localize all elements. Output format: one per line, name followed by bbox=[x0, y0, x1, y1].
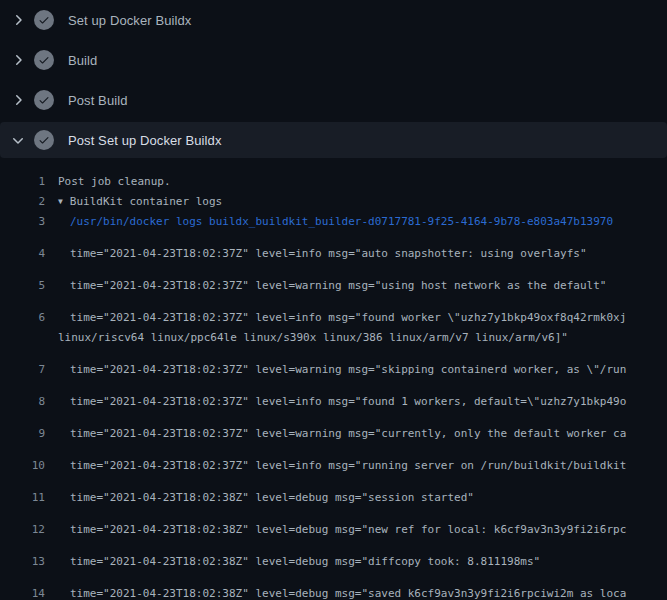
log-line-number[interactable]: 11 bbox=[0, 488, 45, 508]
step-label: Post Set up Docker Buildx bbox=[68, 133, 222, 148]
log-line-number[interactable]: 1 bbox=[0, 172, 45, 192]
log-text: time="2021-04-23T18:02:37Z" level=info m… bbox=[70, 308, 626, 328]
log-line: 2▼BuildKit container logs bbox=[0, 192, 667, 212]
log-line: 9time="2021-04-23T18:02:37Z" level=warni… bbox=[0, 412, 667, 444]
check-icon-svg bbox=[38, 54, 50, 66]
log-line-continuation: linux/riscv64 linux/ppc64le linux/s390x … bbox=[0, 328, 667, 348]
log-line: 5time="2021-04-23T18:02:37Z" level=warni… bbox=[0, 264, 667, 296]
log-text: time="2021-04-23T18:02:38Z" level=debug … bbox=[70, 552, 540, 572]
log-line: 7time="2021-04-23T18:02:37Z" level=warni… bbox=[0, 348, 667, 380]
log-line-number[interactable]: 5 bbox=[0, 276, 45, 296]
log-line: 11time="2021-04-23T18:02:38Z" level=debu… bbox=[0, 476, 667, 508]
log-text: time="2021-04-23T18:02:37Z" level=info m… bbox=[70, 244, 587, 264]
log-line-number bbox=[0, 328, 45, 348]
log-line: 8time="2021-04-23T18:02:37Z" level=info … bbox=[0, 380, 667, 412]
step-label: Post Build bbox=[68, 93, 128, 108]
check-icon-svg bbox=[38, 14, 50, 26]
log-line: 3/usr/bin/docker logs buildx_buildkit_bu… bbox=[0, 212, 667, 232]
log-text: time="2021-04-23T18:02:37Z" level=info m… bbox=[70, 392, 626, 412]
log-line: 14time="2021-04-23T18:02:38Z" level=debu… bbox=[0, 572, 667, 600]
log-output: 1Post job cleanup.2▼BuildKit container l… bbox=[0, 160, 667, 600]
log-text: time="2021-04-23T18:02:38Z" level=debug … bbox=[70, 584, 626, 600]
chevron-right-icon[interactable] bbox=[10, 92, 26, 108]
log-line: 1Post job cleanup. bbox=[0, 172, 667, 192]
chevron-right-icon-svg bbox=[10, 92, 26, 108]
log-line-number[interactable]: 12 bbox=[0, 520, 45, 540]
log-text: time="2021-04-23T18:02:37Z" level=warnin… bbox=[70, 360, 626, 380]
log-line: 6time="2021-04-23T18:02:37Z" level=info … bbox=[0, 296, 667, 328]
step-row-post-set-up-docker-buildx[interactable]: Post Set up Docker Buildx bbox=[0, 122, 667, 158]
log-text: time="2021-04-23T18:02:38Z" level=debug … bbox=[70, 520, 626, 540]
step-row-build[interactable]: Build bbox=[0, 40, 667, 80]
chevron-down-icon[interactable] bbox=[10, 132, 26, 148]
log-line-number[interactable]: 3 bbox=[0, 212, 45, 232]
log-line-number[interactable]: 2 bbox=[0, 192, 45, 212]
chevron-right-icon[interactable] bbox=[10, 12, 26, 28]
group-label: BuildKit container logs bbox=[70, 195, 222, 208]
check-circle-icon bbox=[34, 10, 54, 30]
log-text: linux/riscv64 linux/ppc64le linux/s390x … bbox=[58, 328, 568, 348]
step-label: Set up Docker Buildx bbox=[68, 13, 191, 28]
log-line-number[interactable]: 10 bbox=[0, 456, 45, 476]
step-label: Build bbox=[68, 53, 97, 68]
check-icon-svg bbox=[38, 94, 50, 106]
log-line-number[interactable]: 6 bbox=[0, 308, 45, 328]
log-line-number[interactable]: 14 bbox=[0, 584, 45, 600]
log-text: time="2021-04-23T18:02:38Z" level=debug … bbox=[70, 488, 474, 508]
log-line-number[interactable]: 9 bbox=[0, 424, 45, 444]
log-line-number[interactable]: 7 bbox=[0, 360, 45, 380]
log-line-number[interactable]: 8 bbox=[0, 392, 45, 412]
log-line: 12time="2021-04-23T18:02:38Z" level=debu… bbox=[0, 508, 667, 540]
log-text: time="2021-04-23T18:02:37Z" level=warnin… bbox=[70, 276, 606, 296]
chevron-right-icon-svg bbox=[10, 12, 26, 28]
chevron-down-icon-svg bbox=[10, 132, 26, 148]
log-text[interactable]: ▼BuildKit container logs bbox=[58, 192, 222, 212]
step-row-set-up-docker-buildx[interactable]: Set up Docker Buildx bbox=[0, 0, 667, 40]
check-icon-svg bbox=[38, 134, 50, 146]
log-command-text: /usr/bin/docker logs buildx_buildkit_bui… bbox=[70, 212, 613, 232]
check-circle-icon bbox=[34, 130, 54, 150]
actions-log-viewer: Set up Docker BuildxBuildPost BuildPost … bbox=[0, 0, 667, 600]
check-circle-icon bbox=[34, 50, 54, 70]
log-line: 10time="2021-04-23T18:02:37Z" level=info… bbox=[0, 444, 667, 476]
log-line: 4time="2021-04-23T18:02:37Z" level=info … bbox=[0, 232, 667, 264]
log-line-number[interactable]: 4 bbox=[0, 244, 45, 264]
log-line: 13time="2021-04-23T18:02:38Z" level=debu… bbox=[0, 540, 667, 572]
log-text: time="2021-04-23T18:02:37Z" level=warnin… bbox=[70, 424, 626, 444]
log-line-number[interactable]: 13 bbox=[0, 552, 45, 572]
chevron-right-icon[interactable] bbox=[10, 52, 26, 68]
triangle-down-icon[interactable]: ▼ bbox=[58, 192, 63, 212]
log-text: Post job cleanup. bbox=[58, 172, 171, 192]
check-circle-icon bbox=[34, 90, 54, 110]
chevron-right-icon-svg bbox=[10, 52, 26, 68]
step-row-post-build[interactable]: Post Build bbox=[0, 80, 667, 120]
step-list: Set up Docker BuildxBuildPost BuildPost … bbox=[0, 0, 667, 158]
log-text: time="2021-04-23T18:02:37Z" level=info m… bbox=[70, 456, 626, 476]
